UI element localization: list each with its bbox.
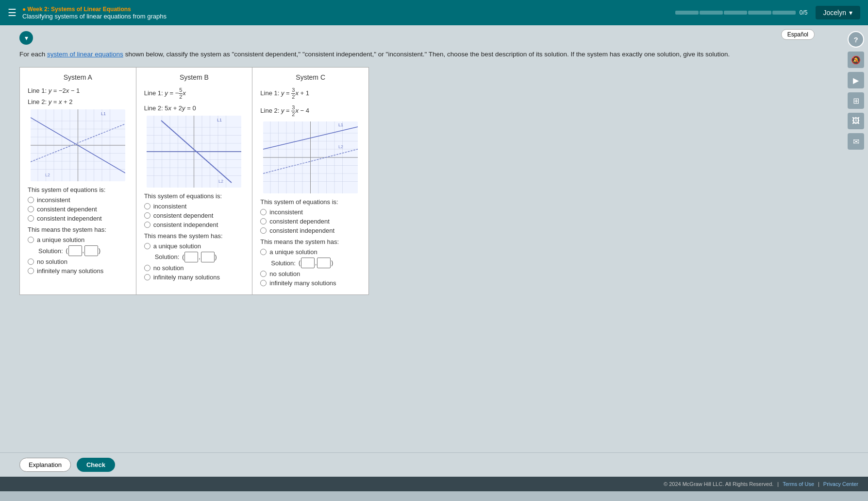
system-b-unique[interactable]: a unique solution <box>144 242 245 250</box>
systems-table: System A Line 1: y = −2x − 1 Line 2: y =… <box>19 67 369 295</box>
graph-c-svg: L1 L2 <box>263 121 358 193</box>
progress-label: 0/5 <box>800 9 808 16</box>
system-a-solution-row: Solution: (, ) <box>38 245 128 256</box>
grid-icon[interactable]: ⊞ <box>848 92 864 109</box>
system-b-title: System B <box>144 73 245 81</box>
system-a-infinitely[interactable]: infinitely many solutions <box>28 267 128 275</box>
system-b-consistent-dependent[interactable]: consistent dependent <box>144 212 245 219</box>
system-c-infinitely[interactable]: infinitely many solutions <box>260 279 361 287</box>
image-icon[interactable]: 🖼 <box>848 113 864 129</box>
svg-text:L1: L1 <box>101 111 106 116</box>
footer-copyright: © 2024 McGraw Hill LLC. All Rights Reser… <box>664 481 773 487</box>
system-b-no-solution[interactable]: no solution <box>144 264 245 272</box>
progress-seg-4 <box>748 11 771 15</box>
progress-bar: 0/5 <box>675 9 808 16</box>
system-a-is-label: This system of equations is: <box>28 186 128 193</box>
bottom-bar: Explanation Check <box>0 452 868 477</box>
system-b-inconsistent[interactable]: inconsistent <box>144 203 245 210</box>
system-c-solution-label: Solution: <box>271 259 296 267</box>
menu-icon[interactable]: ☰ <box>8 7 17 18</box>
svg-text:L2: L2 <box>45 173 50 177</box>
mail-icon[interactable]: ✉ <box>848 133 864 150</box>
progress-segments <box>675 11 796 15</box>
header: ☰ ● Week 2: Systems of Linear Equations … <box>0 0 868 25</box>
course-label: Classifying systems of linear equations … <box>22 13 167 20</box>
system-b-infinitely[interactable]: infinitely many solutions <box>144 274 245 281</box>
footer-privacy[interactable]: Privacy Center <box>823 481 858 487</box>
svg-text:L2: L2 <box>218 179 223 184</box>
graph-a-svg: L1 L2 <box>31 109 125 181</box>
svg-text:L1: L1 <box>338 122 343 127</box>
system-a-graph: L1 L2 <box>31 109 125 181</box>
system-c-inconsistent[interactable]: inconsistent <box>260 208 361 216</box>
system-a-solution-label: Solution: <box>38 247 63 255</box>
system-a-cell: System A Line 1: y = −2x − 1 Line 2: y =… <box>20 68 136 295</box>
system-a-radio-section: This system of equations is: inconsisten… <box>28 186 128 275</box>
play-icon[interactable]: ▶ <box>848 72 864 88</box>
question-suffix: shown below, classify the system as "con… <box>123 51 730 58</box>
system-c-line2: Line 2: y = 32x − 4 <box>260 104 361 118</box>
system-a-no-solution[interactable]: no solution <box>28 258 128 265</box>
header-left: ☰ ● Week 2: Systems of Linear Equations … <box>8 6 167 20</box>
collapse-button[interactable]: ▾ <box>19 31 33 45</box>
system-b-coord: (, ) <box>182 252 217 262</box>
page-area: Español ▾ For each system of linear equa… <box>0 25 844 452</box>
system-c-solution-row: Solution: (, ) <box>271 258 361 268</box>
system-c-y-input[interactable] <box>317 258 331 268</box>
header-right: 0/5 Jocelyn ▾ <box>675 6 860 19</box>
system-c-coord: (, ) <box>299 258 333 268</box>
system-a-inconsistent[interactable]: inconsistent <box>28 196 128 204</box>
no-calc-icon[interactable]: 🔕 <box>848 52 864 68</box>
footer-separator2: | <box>818 481 819 487</box>
footer: © 2024 McGraw Hill LLC. All Rights Reser… <box>0 477 868 491</box>
system-a-title: System A <box>28 73 128 81</box>
graph-b-svg: L1 L2 <box>147 116 241 188</box>
system-c-consistent-independent[interactable]: consistent independent <box>260 227 361 234</box>
question-prefix: For each <box>19 51 47 58</box>
progress-seg-5 <box>772 11 796 15</box>
explanation-button[interactable]: Explanation <box>19 458 71 472</box>
check-button[interactable]: Check <box>77 458 115 472</box>
system-b-y-input[interactable] <box>201 252 215 262</box>
system-b-is-label: This system of equations is: <box>144 192 245 200</box>
chevron-down-icon: ▾ <box>25 34 28 42</box>
question-text: For each system of linear equations show… <box>19 50 834 59</box>
system-a-line2: Line 2: y = x + 2 <box>28 98 128 105</box>
footer-terms[interactable]: Terms of Use <box>783 481 814 487</box>
espanol-button[interactable]: Español <box>781 29 815 40</box>
system-a-x-input[interactable] <box>68 245 82 256</box>
system-c-line1: Line 1: y = 32x + 1 <box>260 87 361 100</box>
system-a-line1: Line 1: y = −2x − 1 <box>28 87 128 94</box>
footer-separator: | <box>777 481 779 487</box>
progress-seg-2 <box>700 11 723 15</box>
user-button[interactable]: Jocelyn ▾ <box>816 6 860 19</box>
system-c-no-solution[interactable]: no solution <box>260 270 361 277</box>
help-icon[interactable]: ? <box>848 31 864 48</box>
system-c-x-input[interactable] <box>301 258 315 268</box>
svg-text:L2: L2 <box>338 144 343 149</box>
system-b-solution-label: Solution: <box>155 253 180 260</box>
user-label: Jocelyn <box>823 9 846 17</box>
system-a-y-input[interactable] <box>84 245 98 256</box>
system-c-is-label: This system of equations is: <box>260 198 361 206</box>
system-a-consistent-dependent[interactable]: consistent dependent <box>28 206 128 213</box>
system-b-x-input[interactable] <box>184 252 198 262</box>
system-c-title: System C <box>260 73 361 81</box>
system-a-consistent-independent[interactable]: consistent independent <box>28 215 128 222</box>
system-c-consistent-dependent[interactable]: consistent dependent <box>260 218 361 225</box>
question-link[interactable]: system of linear equations <box>47 51 123 58</box>
system-b-radio-section: This system of equations is: inconsisten… <box>144 192 245 281</box>
week-label: ● Week 2: Systems of Linear Equations <box>22 6 167 13</box>
system-a-means-label: This means the system has: <box>28 226 128 233</box>
header-title: ● Week 2: Systems of Linear Equations Cl… <box>22 6 167 20</box>
system-a-unique[interactable]: a unique solution <box>28 236 128 243</box>
progress-seg-3 <box>724 11 747 15</box>
system-b-means-label: This means the system has: <box>144 232 245 240</box>
system-b-line2: Line 2: 5x + 2y = 0 <box>144 104 245 112</box>
system-c-unique[interactable]: a unique solution <box>260 248 361 256</box>
system-b-cell: System B Line 1: y = −52x Line 2: 5x + 2… <box>136 68 252 295</box>
system-c-radio-section: This system of equations is: inconsisten… <box>260 198 361 287</box>
right-sidebar: ? 🔕 ▶ ⊞ 🖼 ✉ <box>844 25 868 452</box>
system-b-solution-row: Solution: (, ) <box>155 252 245 262</box>
system-b-consistent-independent[interactable]: consistent independent <box>144 221 245 228</box>
